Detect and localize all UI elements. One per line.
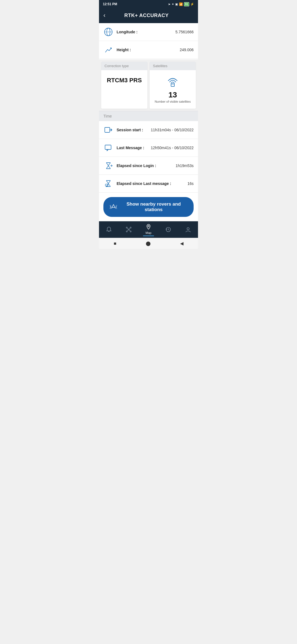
session-start-label: Session start : — [117, 128, 151, 132]
satellite-count: 13 — [168, 91, 177, 99]
nav-history[interactable] — [158, 227, 178, 233]
correction-type-header: Correction type — [101, 62, 147, 70]
nav-active-indicator — [143, 236, 154, 236]
last-message-label: Last Message : — [117, 146, 151, 150]
correction-type-value: RTCM3 PRS — [107, 77, 142, 84]
longitude-value: 5.7561666 — [175, 30, 194, 34]
sys-stop-button[interactable]: ■ — [114, 241, 116, 246]
session-start-icon — [103, 125, 113, 135]
satellites-card: Satellites 13 Number of visible satellit… — [150, 62, 196, 109]
battery-level: 91 — [184, 2, 189, 6]
profile-icon — [185, 227, 191, 233]
nav-nodes[interactable] — [119, 227, 139, 233]
nav-notifications[interactable] — [99, 227, 119, 233]
status-icons: ➤ ✦ ▣ 📶 91 ⚡ — [168, 2, 194, 6]
correction-satellites-section: Correction type RTCM3 PRS Satellites — [99, 59, 198, 111]
nearby-button-icon — [110, 203, 117, 211]
system-nav: ■ ⬤ ◀ — [99, 238, 198, 249]
page-title: RTK+ ACCURACY — [109, 13, 184, 18]
svg-line-21 — [129, 228, 130, 229]
nav-profile[interactable] — [178, 227, 198, 233]
back-button[interactable]: ‹ — [103, 12, 105, 18]
height-icon — [103, 45, 113, 55]
svg-line-22 — [127, 230, 128, 231]
longitude-row: Longitude : 5.7561666 — [99, 23, 198, 41]
nodes-icon — [126, 227, 132, 233]
nearby-button-label: Show nearby rovers and stations — [120, 201, 187, 212]
elapsed-last-row: Elapsed since Last message : 16s — [99, 175, 198, 193]
svg-point-19 — [130, 231, 131, 232]
time-section-header: Time — [99, 111, 198, 121]
elapsed-last-value: 16s — [187, 181, 194, 186]
status-time: 12:51 PM — [103, 2, 117, 6]
gps-icon: ➤ — [168, 2, 170, 6]
svg-point-18 — [126, 231, 127, 232]
svg-rect-5 — [105, 127, 110, 132]
elapsed-last-icon — [103, 179, 113, 189]
satellite-count-label: Number of visible satellites — [155, 100, 191, 103]
satellites-body: 13 Number of visible satellites — [150, 70, 196, 109]
sim-icon: ▣ — [175, 2, 178, 6]
longitude-icon — [103, 27, 113, 37]
correction-type-card: Correction type RTCM3 PRS — [101, 62, 147, 109]
svg-point-24 — [148, 225, 149, 227]
last-message-value: 12h50m41s - 06/10/2022 — [151, 146, 194, 150]
map-icon — [145, 224, 152, 231]
elapsed-login-value: 1h19m53s — [176, 163, 194, 168]
svg-point-16 — [126, 227, 127, 228]
last-message-row: Last Message : 12h50m41s - 06/10/2022 — [99, 139, 198, 157]
bottom-nav: Map — [99, 221, 198, 238]
longitude-label: Longitude : — [117, 30, 175, 34]
show-nearby-button[interactable]: Show nearby rovers and stations — [103, 197, 194, 217]
elapsed-login-row: Elapsed since Login : 1h19m53s — [99, 157, 198, 175]
status-bar: 12:51 PM ➤ ✦ ▣ 📶 91 ⚡ — [99, 0, 198, 8]
bell-icon — [106, 227, 112, 233]
wifi-icon: 📶 — [179, 2, 183, 6]
app-header: ‹ RTK+ ACCURACY — [99, 8, 198, 23]
elapsed-login-icon — [103, 161, 113, 171]
nav-map-label: Map — [145, 231, 151, 234]
svg-rect-7 — [105, 145, 111, 149]
main-content: Longitude : 5.7561666 Height : 249.006 C… — [99, 23, 198, 221]
correction-type-body: RTCM3 PRS — [101, 70, 147, 89]
satellite-signal-icon — [166, 75, 180, 88]
session-start-value: 11h31m04s - 06/10/2022 — [151, 128, 194, 132]
satellite-icon-wrap — [166, 75, 180, 88]
height-label: Height : — [117, 48, 180, 52]
sys-home-button[interactable]: ⬤ — [146, 241, 151, 246]
sys-back-button[interactable]: ◀ — [180, 241, 183, 246]
svg-point-15 — [128, 229, 129, 230]
elapsed-last-label: Elapsed since Last message : — [117, 181, 187, 186]
nav-map[interactable]: Map — [139, 224, 158, 236]
elapsed-login-label: Elapsed since Login : — [117, 163, 176, 168]
charging-icon: ⚡ — [190, 2, 194, 6]
last-message-icon — [103, 143, 113, 153]
svg-rect-3 — [171, 84, 174, 86]
svg-line-20 — [127, 228, 128, 229]
session-start-row: Session start : 11h31m04s - 06/10/2022 — [99, 121, 198, 139]
svg-point-26 — [187, 228, 189, 230]
bluetooth-icon: ✦ — [172, 2, 174, 6]
height-value: 249.006 — [180, 48, 194, 52]
svg-point-17 — [130, 227, 131, 228]
height-row: Height : 249.006 — [99, 41, 198, 59]
satellites-header: Satellites — [150, 62, 196, 70]
svg-line-23 — [129, 230, 130, 231]
history-icon — [165, 227, 171, 233]
